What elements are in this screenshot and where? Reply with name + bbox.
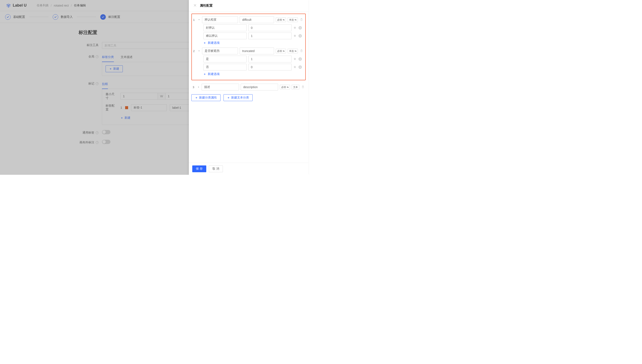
remove-icon[interactable]: ✕ — [298, 26, 302, 30]
star-icon[interactable] — [293, 66, 297, 69]
row-number: 2 — [193, 50, 196, 53]
close-icon[interactable] — [194, 4, 197, 8]
plus-icon: ＋ — [227, 96, 230, 100]
option-row: ✕ — [193, 63, 304, 71]
type-text-badge[interactable]: 文本 — [292, 85, 299, 90]
plus-icon: ＋ — [203, 41, 206, 45]
attribute-row: 1 必填⇆ 单选⇆ — [193, 16, 304, 24]
swap-icon: ⇆ — [287, 86, 289, 88]
trash-icon[interactable] — [300, 18, 303, 22]
remove-icon[interactable]: ✕ — [298, 34, 302, 38]
caret-down-icon[interactable] — [198, 50, 200, 52]
caret-down-icon[interactable] — [198, 19, 200, 21]
option-row: ✕ — [193, 24, 304, 32]
plus-icon: ＋ — [195, 96, 198, 100]
attr-name-input[interactable] — [202, 48, 238, 54]
option-label-input[interactable] — [203, 24, 247, 31]
add-option-button[interactable]: ＋ 新建选项 — [193, 40, 304, 47]
option-value-input[interactable] — [248, 32, 292, 39]
star-icon[interactable] — [293, 57, 297, 61]
attribute-row: 2 必填⇆ 单选⇆ — [193, 47, 304, 55]
option-label-input[interactable] — [203, 64, 247, 70]
single-toggle[interactable]: 单选⇆ — [288, 49, 298, 53]
single-toggle[interactable]: 单选⇆ — [288, 18, 298, 22]
swap-icon: ⇆ — [283, 19, 284, 21]
star-icon[interactable] — [293, 34, 297, 38]
attr-value-input[interactable] — [241, 84, 278, 90]
attribute-row: 3 必填⇆ 文本 — [191, 84, 306, 90]
attribute-drawer: 属性配置 1 必填⇆ 单选⇆ — [189, 0, 308, 175]
add-option-button[interactable]: ＋ 新建选项 — [193, 71, 304, 78]
required-toggle[interactable]: 必填⇆ — [276, 49, 286, 53]
remove-icon[interactable]: ✕ — [298, 66, 302, 69]
option-label-input[interactable] — [203, 56, 247, 62]
required-toggle[interactable]: 必填⇆ — [280, 85, 290, 90]
add-category-attr-button[interactable]: ＋ 新建分类属性 — [191, 94, 221, 101]
swap-icon: ⇆ — [295, 19, 296, 21]
trash-icon[interactable] — [301, 85, 304, 89]
cancel-button[interactable]: 取 消 — [209, 166, 223, 172]
attr-value-input[interactable] — [240, 48, 274, 54]
attr-name-input[interactable] — [202, 84, 239, 90]
option-row: ✕ — [193, 55, 304, 63]
star-icon[interactable] — [293, 26, 297, 30]
drawer-body: 1 必填⇆ 单选⇆ ✕ — [189, 12, 308, 163]
remove-icon[interactable]: ✕ — [298, 57, 302, 61]
option-row: ✕ — [193, 32, 304, 40]
highlighted-attributes: 1 必填⇆ 单选⇆ ✕ — [191, 14, 306, 80]
option-value-input[interactable] — [248, 64, 292, 70]
drawer-header: 属性配置 — [189, 0, 308, 12]
trash-icon[interactable] — [300, 49, 303, 53]
swap-icon: ⇆ — [283, 50, 284, 52]
option-value-input[interactable] — [248, 24, 292, 31]
save-button[interactable]: 保 存 — [192, 166, 206, 172]
row-number: 1 — [193, 18, 196, 22]
attr-name-input[interactable] — [202, 16, 238, 23]
attr-value-input[interactable] — [240, 16, 274, 23]
option-label-input[interactable] — [203, 32, 247, 39]
required-toggle[interactable]: 必填⇆ — [276, 18, 286, 22]
option-value-input[interactable] — [248, 56, 292, 62]
drawer-footer: 保 存 取 消 — [189, 163, 308, 175]
caret-right-icon[interactable] — [197, 86, 200, 88]
row-number: 3 — [193, 86, 196, 89]
add-text-attr-button[interactable]: ＋ 新建文本分类 — [224, 94, 253, 101]
swap-icon: ⇆ — [295, 50, 296, 52]
plus-icon: ＋ — [203, 72, 206, 76]
drawer-title: 属性配置 — [200, 4, 213, 8]
